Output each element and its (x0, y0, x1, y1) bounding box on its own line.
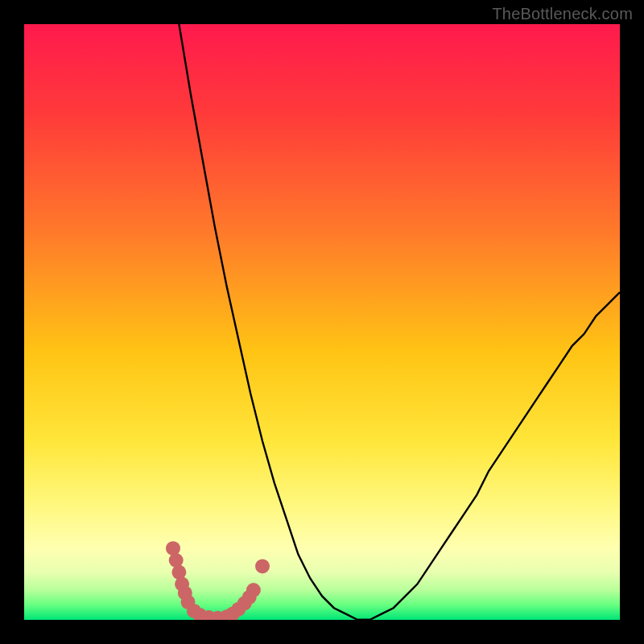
watermark-text: TheBottleneck.com (492, 5, 633, 23)
curve-left-branch (179, 24, 369, 620)
outer-frame: TheBottleneck.com (0, 0, 644, 644)
curve-layer (24, 24, 620, 620)
curve-right-branch (357, 292, 620, 620)
marker-dot (255, 559, 270, 573)
marker-dot (246, 583, 261, 597)
plot-area (24, 24, 620, 620)
marker-dots (166, 541, 270, 620)
